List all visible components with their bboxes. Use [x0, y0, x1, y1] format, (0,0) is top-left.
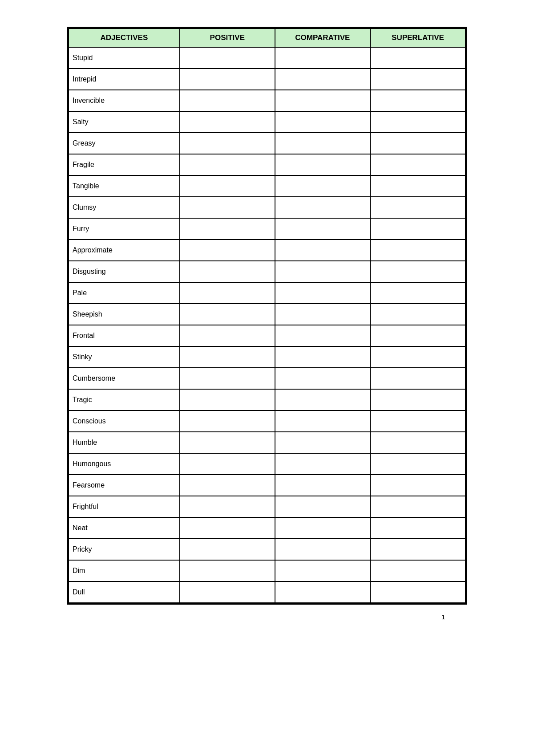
table-row: Pricky [69, 539, 465, 560]
positive-cell[interactable] [180, 111, 275, 133]
positive-cell[interactable] [180, 282, 275, 304]
positive-cell[interactable] [180, 154, 275, 175]
superlative-cell[interactable] [370, 346, 465, 368]
superlative-cell[interactable] [370, 368, 465, 389]
superlative-cell[interactable] [370, 175, 465, 197]
comparative-cell[interactable] [275, 240, 370, 261]
comparative-cell[interactable] [275, 69, 370, 90]
positive-cell[interactable] [180, 261, 275, 282]
superlative-cell[interactable] [370, 517, 465, 539]
superlative-cell[interactable] [370, 282, 465, 304]
comparative-cell[interactable] [275, 90, 370, 111]
positive-cell[interactable] [180, 432, 275, 453]
table-row: Tragic [69, 389, 465, 411]
superlative-cell[interactable] [370, 581, 465, 603]
positive-cell[interactable] [180, 539, 275, 560]
superlative-cell[interactable] [370, 325, 465, 346]
superlative-cell[interactable] [370, 453, 465, 475]
positive-cell[interactable] [180, 517, 275, 539]
superlative-cell[interactable] [370, 411, 465, 432]
positive-cell[interactable] [180, 560, 275, 581]
superlative-cell[interactable] [370, 496, 465, 517]
superlative-cell[interactable] [370, 197, 465, 218]
adjective-cell: Greasy [69, 133, 180, 154]
positive-cell[interactable] [180, 69, 275, 90]
superlative-cell[interactable] [370, 389, 465, 411]
positive-cell[interactable] [180, 304, 275, 325]
page-number: 1 [441, 614, 516, 621]
comparative-cell[interactable] [275, 411, 370, 432]
positive-cell[interactable] [180, 581, 275, 603]
positive-cell[interactable] [180, 346, 275, 368]
positive-cell[interactable] [180, 368, 275, 389]
adjective-cell: Tangible [69, 175, 180, 197]
positive-cell[interactable] [180, 389, 275, 411]
positive-cell[interactable] [180, 175, 275, 197]
adjective-cell: Dull [69, 581, 180, 603]
comparative-cell[interactable] [275, 133, 370, 154]
adjective-cell: Sheepish [69, 304, 180, 325]
superlative-cell[interactable] [370, 539, 465, 560]
superlative-cell[interactable] [370, 218, 465, 240]
positive-cell[interactable] [180, 90, 275, 111]
positive-cell[interactable] [180, 325, 275, 346]
comparative-cell[interactable] [275, 432, 370, 453]
superlative-cell[interactable] [370, 133, 465, 154]
header-superlative: SUPERLATIVE [370, 28, 465, 47]
table-row: Disgusting [69, 261, 465, 282]
adjective-cell: Stinky [69, 346, 180, 368]
table-row: Frontal [69, 325, 465, 346]
comparative-cell[interactable] [275, 368, 370, 389]
superlative-cell[interactable] [370, 432, 465, 453]
table-row: Invencible [69, 90, 465, 111]
table-row: Sheepish [69, 304, 465, 325]
table-row: Salty [69, 111, 465, 133]
comparative-cell[interactable] [275, 261, 370, 282]
comparative-cell[interactable] [275, 475, 370, 496]
superlative-cell[interactable] [370, 475, 465, 496]
comparative-cell[interactable] [275, 304, 370, 325]
comparative-cell[interactable] [275, 539, 370, 560]
comparative-cell[interactable] [275, 389, 370, 411]
table-row: Humongous [69, 453, 465, 475]
comparative-cell[interactable] [275, 453, 370, 475]
comparative-cell[interactable] [275, 325, 370, 346]
comparative-cell[interactable] [275, 197, 370, 218]
superlative-cell[interactable] [370, 47, 465, 69]
table-row: Conscious [69, 411, 465, 432]
superlative-cell[interactable] [370, 240, 465, 261]
comparative-cell[interactable] [275, 282, 370, 304]
superlative-cell[interactable] [370, 154, 465, 175]
positive-cell[interactable] [180, 496, 275, 517]
adjective-cell: Frontal [69, 325, 180, 346]
comparative-cell[interactable] [275, 496, 370, 517]
positive-cell[interactable] [180, 133, 275, 154]
positive-cell[interactable] [180, 453, 275, 475]
comparative-cell[interactable] [275, 175, 370, 197]
comparative-cell[interactable] [275, 111, 370, 133]
superlative-cell[interactable] [370, 304, 465, 325]
comparative-cell[interactable] [275, 346, 370, 368]
superlative-cell[interactable] [370, 69, 465, 90]
positive-cell[interactable] [180, 411, 275, 432]
comparative-cell[interactable] [275, 218, 370, 240]
comparative-cell[interactable] [275, 154, 370, 175]
positive-cell[interactable] [180, 475, 275, 496]
superlative-cell[interactable] [370, 560, 465, 581]
superlative-cell[interactable] [370, 90, 465, 111]
comparative-cell[interactable] [275, 47, 370, 69]
adjective-cell: Pale [69, 282, 180, 304]
comparative-cell[interactable] [275, 560, 370, 581]
table-row: Intrepid [69, 69, 465, 90]
table-row: Fragile [69, 154, 465, 175]
superlative-cell[interactable] [370, 261, 465, 282]
positive-cell[interactable] [180, 218, 275, 240]
positive-cell[interactable] [180, 240, 275, 261]
positive-cell[interactable] [180, 47, 275, 69]
table-row: Pale [69, 282, 465, 304]
superlative-cell[interactable] [370, 111, 465, 133]
comparative-cell[interactable] [275, 581, 370, 603]
comparative-cell[interactable] [275, 517, 370, 539]
adjective-cell: Fearsome [69, 475, 180, 496]
positive-cell[interactable] [180, 197, 275, 218]
